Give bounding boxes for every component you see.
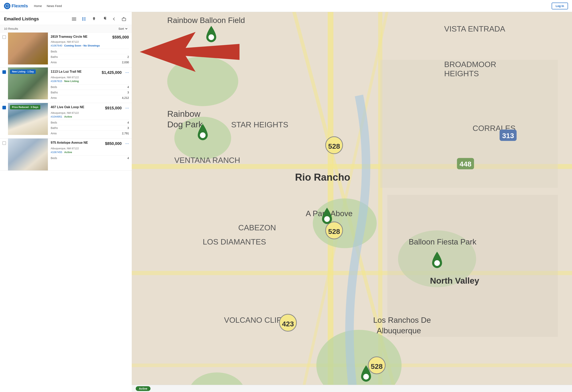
listing-info-1: 2819 Tramway Circle NE $595,000 Albuquer… bbox=[48, 32, 132, 67]
nav-home[interactable]: Home bbox=[34, 4, 42, 8]
listing-top-2: 1113 La Luz Trail NE $1,425,000 ··· bbox=[51, 70, 129, 75]
table-row: Price Reduced · 3 Days 407 Live Oak Loop… bbox=[0, 103, 132, 139]
listing-image-4 bbox=[8, 139, 48, 171]
listing-city-4: Albuquerque, NM 87122 bbox=[51, 147, 129, 150]
beds-label-2: Beds bbox=[51, 85, 57, 89]
listing-info-2: 1113 La Luz Trail NE $1,425,000 ··· Albu… bbox=[48, 67, 132, 103]
listing-address-3: 407 Live Oak Loop NE bbox=[51, 105, 84, 109]
map-panel: King Meadows Park H UNM Sandoval Reg'l M… bbox=[132, 12, 572, 392]
listing-checkbox-2[interactable] bbox=[2, 70, 6, 74]
svg-text:313: 313 bbox=[502, 132, 514, 140]
more-options-3[interactable]: ··· bbox=[123, 105, 129, 110]
listing-details-2: Beds 4 Baths 3 Area 4,212 bbox=[51, 84, 129, 100]
listings-list: 2819 Tramway Circle NE $595,000 Albuquer… bbox=[0, 32, 132, 392]
baths-row-1: Baths 2 bbox=[51, 54, 129, 60]
checkbox-wrap-3 bbox=[0, 103, 8, 138]
svg-text:528: 528 bbox=[371, 362, 382, 370]
sort-button[interactable]: Sort bbox=[118, 27, 128, 30]
svg-text:528: 528 bbox=[328, 142, 340, 150]
beds-val-4: 4 bbox=[127, 157, 129, 160]
beds-row-4: Beds 4 bbox=[51, 156, 129, 161]
beds-val-3: 4 bbox=[127, 121, 129, 124]
svg-point-73 bbox=[200, 132, 206, 138]
beds-row-3: Beds 4 bbox=[51, 120, 129, 125]
listing-status-2: New Listing bbox=[64, 80, 79, 83]
listing-details-3: Beds 4 Baths 3 Area 2,791 bbox=[51, 120, 129, 136]
beds-label-3: Beds bbox=[51, 121, 57, 124]
map-svg: King Meadows Park H UNM Sandoval Reg'l M… bbox=[132, 12, 572, 392]
listing-mls-1[interactable]: #1067640 bbox=[51, 44, 62, 47]
svg-rect-4 bbox=[72, 20, 76, 21]
svg-point-74 bbox=[324, 216, 330, 222]
listing-checkbox-1[interactable] bbox=[2, 35, 6, 39]
menu-icon-btn[interactable] bbox=[70, 15, 78, 23]
beds-label-1: Beds bbox=[51, 50, 57, 53]
svg-rect-2 bbox=[72, 17, 76, 18]
baths-label-2: Baths bbox=[51, 91, 58, 94]
listing-details-1: Beds Baths 2 Area 2,030 bbox=[51, 49, 129, 65]
listing-info-3: 407 Live Oak Loop NE $915,000 ··· Albuqu… bbox=[48, 103, 132, 138]
svg-text:Albuquerque: Albuquerque bbox=[377, 326, 421, 335]
nav-news-feed[interactable]: News Feed bbox=[47, 4, 62, 8]
svg-rect-11 bbox=[122, 18, 126, 21]
more-options-2[interactable]: ··· bbox=[123, 70, 129, 75]
listing-details-4: Beds 4 bbox=[51, 155, 129, 161]
listing-image-1 bbox=[8, 32, 48, 64]
svg-text:528: 528 bbox=[328, 228, 340, 235]
listing-badge-2: New Listing · 1 Day bbox=[10, 69, 36, 74]
svg-text:423: 423 bbox=[282, 320, 294, 328]
listing-city-1: Albuquerque, NM 87122 bbox=[51, 40, 129, 43]
map-pin-icon-btn[interactable] bbox=[90, 15, 98, 23]
table-row: 975 Antelope Avenue NE $850,000 ··· Albu… bbox=[0, 139, 132, 171]
svg-point-75 bbox=[434, 260, 440, 266]
area-val-1: 2,030 bbox=[122, 61, 129, 64]
login-button[interactable]: Log In bbox=[552, 3, 568, 9]
pie-chart-icon-btn[interactable] bbox=[100, 15, 108, 23]
listing-checkbox-4[interactable] bbox=[2, 141, 6, 145]
listing-mls-row-1: #1067640 Coming Soon - No Showings bbox=[51, 44, 129, 47]
svg-text:CABEZON: CABEZON bbox=[238, 223, 276, 232]
header-toolbar bbox=[70, 15, 128, 23]
more-options-4[interactable]: ··· bbox=[123, 141, 129, 146]
listing-top-1: 2819 Tramway Circle NE $595,000 bbox=[51, 35, 129, 40]
listing-mls-4[interactable]: #1067455 bbox=[51, 151, 62, 154]
list-icon-btn[interactable] bbox=[80, 15, 88, 23]
beds-row-2: Beds 4 bbox=[51, 84, 129, 90]
listing-price-1: $595,000 bbox=[112, 35, 129, 40]
collapse-icon-btn[interactable] bbox=[110, 15, 118, 23]
svg-text:VISTA ENTRADA: VISTA ENTRADA bbox=[444, 25, 506, 33]
svg-point-76 bbox=[363, 374, 369, 379]
svg-rect-8 bbox=[83, 19, 86, 19]
listings-panel: Emailed Listings bbox=[0, 12, 132, 392]
listing-top-4: 975 Antelope Avenue NE $850,000 ··· bbox=[51, 141, 129, 146]
baths-row-2: Baths 3 bbox=[51, 90, 129, 95]
briefcase-icon-btn[interactable] bbox=[120, 15, 128, 23]
listing-mls-row-4: #1067455 Active bbox=[51, 151, 129, 154]
svg-text:North Valley: North Valley bbox=[430, 276, 479, 285]
svg-text:f: f bbox=[7, 5, 8, 7]
baths-row-3: Baths 3 bbox=[51, 125, 129, 131]
area-row-1: Area 2,030 bbox=[51, 60, 129, 65]
svg-text:Los Ranchos De: Los Ranchos De bbox=[373, 316, 431, 324]
area-val-2: 4,212 bbox=[122, 96, 129, 99]
listing-image-2: New Listing · 1 Day bbox=[8, 67, 48, 99]
svg-text:HEIGHTS: HEIGHTS bbox=[444, 69, 479, 78]
baths-label-3: Baths bbox=[51, 126, 58, 129]
svg-text:Balloon Fiesta Park: Balloon Fiesta Park bbox=[409, 237, 477, 246]
listing-city-2: Albuquerque, NM 87122 bbox=[51, 76, 129, 79]
navbar: f Flexmls Home News Feed Log In bbox=[0, 0, 572, 12]
listing-checkbox-3[interactable] bbox=[2, 106, 6, 109]
status-bar: Active bbox=[132, 385, 572, 392]
listing-mls-3[interactable]: #1044951 bbox=[51, 115, 62, 118]
svg-rect-6 bbox=[83, 17, 86, 18]
listing-price-3: $915,000 bbox=[105, 106, 122, 110]
listing-city-3: Albuquerque, NM 87122 bbox=[51, 111, 129, 114]
area-label-1: Area bbox=[51, 61, 57, 64]
listing-status-3: Active bbox=[64, 115, 72, 118]
listing-price-2: $1,425,000 bbox=[102, 70, 122, 75]
area-label-2: Area bbox=[51, 96, 57, 99]
svg-point-21 bbox=[167, 57, 238, 106]
listing-price-4: $850,000 bbox=[105, 141, 122, 146]
listing-mls-2[interactable]: #1067815 bbox=[51, 80, 62, 83]
page-title: Emailed Listings bbox=[4, 16, 39, 22]
